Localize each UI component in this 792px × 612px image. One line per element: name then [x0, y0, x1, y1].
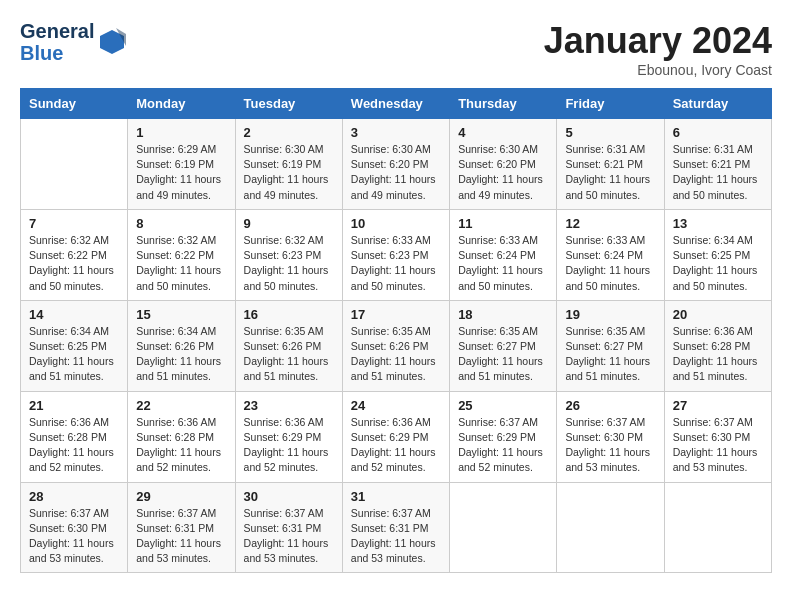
page-header: General Blue January 2024 Ebounou, Ivory… [20, 20, 772, 78]
weekday-header-row: SundayMondayTuesdayWednesdayThursdayFrid… [21, 89, 772, 119]
day-number: 28 [29, 489, 119, 504]
day-info: Sunrise: 6:34 AMSunset: 6:25 PMDaylight:… [29, 325, 114, 383]
weekday-header-cell: Thursday [450, 89, 557, 119]
day-info: Sunrise: 6:29 AMSunset: 6:19 PMDaylight:… [136, 143, 221, 201]
calendar-week-row: 1 Sunrise: 6:29 AMSunset: 6:19 PMDayligh… [21, 119, 772, 210]
weekday-header-cell: Tuesday [235, 89, 342, 119]
day-number: 11 [458, 216, 548, 231]
day-info: Sunrise: 6:37 AMSunset: 6:30 PMDaylight:… [29, 507, 114, 565]
day-number: 20 [673, 307, 763, 322]
day-info: Sunrise: 6:33 AMSunset: 6:23 PMDaylight:… [351, 234, 436, 292]
day-info: Sunrise: 6:37 AMSunset: 6:30 PMDaylight:… [673, 416, 758, 474]
day-number: 21 [29, 398, 119, 413]
weekday-header-cell: Saturday [664, 89, 771, 119]
calendar-day-cell: 7 Sunrise: 6:32 AMSunset: 6:22 PMDayligh… [21, 209, 128, 300]
logo: General Blue [20, 20, 128, 64]
calendar-day-cell: 24 Sunrise: 6:36 AMSunset: 6:29 PMDaylig… [342, 391, 449, 482]
day-number: 1 [136, 125, 226, 140]
day-number: 24 [351, 398, 441, 413]
calendar-day-cell: 2 Sunrise: 6:30 AMSunset: 6:19 PMDayligh… [235, 119, 342, 210]
day-info: Sunrise: 6:35 AMSunset: 6:27 PMDaylight:… [458, 325, 543, 383]
calendar-day-cell: 15 Sunrise: 6:34 AMSunset: 6:26 PMDaylig… [128, 300, 235, 391]
day-number: 17 [351, 307, 441, 322]
calendar-day-cell: 23 Sunrise: 6:36 AMSunset: 6:29 PMDaylig… [235, 391, 342, 482]
day-number: 8 [136, 216, 226, 231]
calendar-day-cell: 16 Sunrise: 6:35 AMSunset: 6:26 PMDaylig… [235, 300, 342, 391]
day-info: Sunrise: 6:33 AMSunset: 6:24 PMDaylight:… [458, 234, 543, 292]
day-number: 29 [136, 489, 226, 504]
day-info: Sunrise: 6:33 AMSunset: 6:24 PMDaylight:… [565, 234, 650, 292]
day-info: Sunrise: 6:35 AMSunset: 6:26 PMDaylight:… [244, 325, 329, 383]
calendar-body: 1 Sunrise: 6:29 AMSunset: 6:19 PMDayligh… [21, 119, 772, 573]
calendar-week-row: 14 Sunrise: 6:34 AMSunset: 6:25 PMDaylig… [21, 300, 772, 391]
calendar-day-cell: 8 Sunrise: 6:32 AMSunset: 6:22 PMDayligh… [128, 209, 235, 300]
day-number: 3 [351, 125, 441, 140]
day-number: 22 [136, 398, 226, 413]
weekday-header-cell: Sunday [21, 89, 128, 119]
day-info: Sunrise: 6:36 AMSunset: 6:28 PMDaylight:… [673, 325, 758, 383]
day-number: 9 [244, 216, 334, 231]
calendar-day-cell [21, 119, 128, 210]
day-info: Sunrise: 6:35 AMSunset: 6:26 PMDaylight:… [351, 325, 436, 383]
calendar-day-cell: 1 Sunrise: 6:29 AMSunset: 6:19 PMDayligh… [128, 119, 235, 210]
calendar-day-cell: 4 Sunrise: 6:30 AMSunset: 6:20 PMDayligh… [450, 119, 557, 210]
calendar-day-cell: 5 Sunrise: 6:31 AMSunset: 6:21 PMDayligh… [557, 119, 664, 210]
logo-icon [96, 26, 128, 58]
day-info: Sunrise: 6:32 AMSunset: 6:22 PMDaylight:… [136, 234, 221, 292]
weekday-header-cell: Friday [557, 89, 664, 119]
calendar-day-cell: 9 Sunrise: 6:32 AMSunset: 6:23 PMDayligh… [235, 209, 342, 300]
day-info: Sunrise: 6:36 AMSunset: 6:28 PMDaylight:… [29, 416, 114, 474]
calendar-day-cell: 14 Sunrise: 6:34 AMSunset: 6:25 PMDaylig… [21, 300, 128, 391]
day-info: Sunrise: 6:37 AMSunset: 6:30 PMDaylight:… [565, 416, 650, 474]
calendar-table: SundayMondayTuesdayWednesdayThursdayFrid… [20, 88, 772, 573]
day-info: Sunrise: 6:37 AMSunset: 6:29 PMDaylight:… [458, 416, 543, 474]
day-info: Sunrise: 6:36 AMSunset: 6:28 PMDaylight:… [136, 416, 221, 474]
calendar-day-cell: 28 Sunrise: 6:37 AMSunset: 6:30 PMDaylig… [21, 482, 128, 573]
calendar-day-cell [450, 482, 557, 573]
day-number: 31 [351, 489, 441, 504]
day-info: Sunrise: 6:30 AMSunset: 6:20 PMDaylight:… [351, 143, 436, 201]
calendar-day-cell: 27 Sunrise: 6:37 AMSunset: 6:30 PMDaylig… [664, 391, 771, 482]
calendar-day-cell: 26 Sunrise: 6:37 AMSunset: 6:30 PMDaylig… [557, 391, 664, 482]
calendar-day-cell: 11 Sunrise: 6:33 AMSunset: 6:24 PMDaylig… [450, 209, 557, 300]
day-number: 23 [244, 398, 334, 413]
calendar-day-cell: 19 Sunrise: 6:35 AMSunset: 6:27 PMDaylig… [557, 300, 664, 391]
day-number: 6 [673, 125, 763, 140]
day-info: Sunrise: 6:36 AMSunset: 6:29 PMDaylight:… [351, 416, 436, 474]
day-info: Sunrise: 6:34 AMSunset: 6:26 PMDaylight:… [136, 325, 221, 383]
day-info: Sunrise: 6:32 AMSunset: 6:23 PMDaylight:… [244, 234, 329, 292]
day-number: 7 [29, 216, 119, 231]
day-number: 5 [565, 125, 655, 140]
day-number: 13 [673, 216, 763, 231]
calendar-day-cell [664, 482, 771, 573]
calendar-day-cell: 30 Sunrise: 6:37 AMSunset: 6:31 PMDaylig… [235, 482, 342, 573]
calendar-day-cell: 22 Sunrise: 6:36 AMSunset: 6:28 PMDaylig… [128, 391, 235, 482]
day-info: Sunrise: 6:31 AMSunset: 6:21 PMDaylight:… [673, 143, 758, 201]
month-title: January 2024 [544, 20, 772, 62]
day-info: Sunrise: 6:32 AMSunset: 6:22 PMDaylight:… [29, 234, 114, 292]
title-block: January 2024 Ebounou, Ivory Coast [544, 20, 772, 78]
day-info: Sunrise: 6:30 AMSunset: 6:19 PMDaylight:… [244, 143, 329, 201]
day-number: 30 [244, 489, 334, 504]
day-info: Sunrise: 6:35 AMSunset: 6:27 PMDaylight:… [565, 325, 650, 383]
day-number: 19 [565, 307, 655, 322]
day-number: 18 [458, 307, 548, 322]
day-number: 27 [673, 398, 763, 413]
location: Ebounou, Ivory Coast [544, 62, 772, 78]
calendar-day-cell: 6 Sunrise: 6:31 AMSunset: 6:21 PMDayligh… [664, 119, 771, 210]
day-info: Sunrise: 6:31 AMSunset: 6:21 PMDaylight:… [565, 143, 650, 201]
day-number: 25 [458, 398, 548, 413]
day-number: 26 [565, 398, 655, 413]
calendar-day-cell: 3 Sunrise: 6:30 AMSunset: 6:20 PMDayligh… [342, 119, 449, 210]
day-number: 10 [351, 216, 441, 231]
day-info: Sunrise: 6:36 AMSunset: 6:29 PMDaylight:… [244, 416, 329, 474]
calendar-day-cell: 10 Sunrise: 6:33 AMSunset: 6:23 PMDaylig… [342, 209, 449, 300]
day-info: Sunrise: 6:37 AMSunset: 6:31 PMDaylight:… [136, 507, 221, 565]
calendar-day-cell: 18 Sunrise: 6:35 AMSunset: 6:27 PMDaylig… [450, 300, 557, 391]
day-number: 2 [244, 125, 334, 140]
day-number: 14 [29, 307, 119, 322]
weekday-header-cell: Monday [128, 89, 235, 119]
calendar-day-cell: 25 Sunrise: 6:37 AMSunset: 6:29 PMDaylig… [450, 391, 557, 482]
day-info: Sunrise: 6:37 AMSunset: 6:31 PMDaylight:… [351, 507, 436, 565]
day-info: Sunrise: 6:37 AMSunset: 6:31 PMDaylight:… [244, 507, 329, 565]
